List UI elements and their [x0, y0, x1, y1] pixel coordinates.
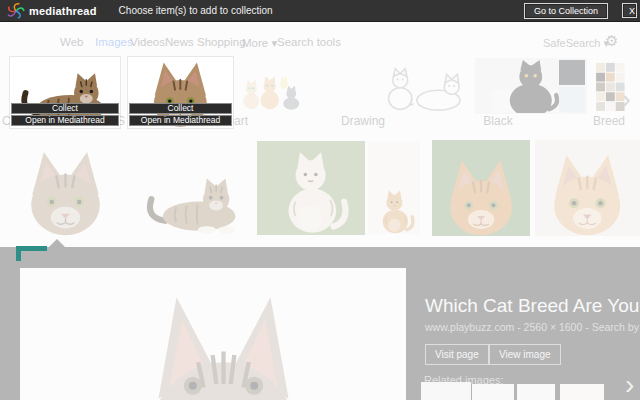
category-label-black-cat-photos: Black	[483, 114, 512, 128]
related-chevron-right-icon[interactable]: ›	[625, 369, 634, 400]
result-thumbnail-fluffy-cat-on-grass[interactable]	[257, 141, 365, 235]
related-image-related-silver-cat[interactable]	[517, 384, 555, 400]
categories-chevron-right-icon[interactable]: ›	[622, 84, 631, 115]
related-image-related-cream-cat[interactable]	[560, 384, 604, 400]
orange-kitten-face-image	[540, 146, 635, 236]
tab-shopping[interactable]: Shopping	[197, 36, 246, 48]
hovered-result-thumbnail-1[interactable]: Collect Open in Mediathread	[10, 57, 120, 128]
tab-videos[interactable]: Videos	[130, 36, 165, 48]
open-in-mediathread-button[interactable]: Open in Mediathread	[129, 115, 232, 126]
collect-button[interactable]: Collect	[129, 103, 232, 114]
orange-kitten-standing-image	[371, 148, 418, 234]
related-image-related-tabby-cat[interactable]	[472, 384, 514, 400]
result-thumbnail-orange-cat-face[interactable]	[432, 140, 530, 236]
preview-caret-icon	[49, 239, 65, 247]
open-in-mediathread-button[interactable]: Open in Mediathread	[11, 115, 119, 126]
result-thumbnail-lying-tabby-cat[interactable]	[133, 140, 253, 236]
preview-meta-text: www.playbuzz.com - 2560 × 1600 - Search …	[425, 321, 640, 333]
clipart-cats-image	[239, 64, 300, 111]
related-cat-image	[427, 388, 466, 400]
hovered-result-thumbnail-2[interactable]: Collect Open in Mediathread	[128, 57, 233, 128]
go-to-collection-button[interactable]: Go to Collection	[524, 3, 608, 19]
tabby-kitten-portrait-image	[7, 146, 124, 236]
result-thumbnail-tabby-kitten-portrait[interactable]	[0, 140, 130, 236]
tab-news[interactable]: News	[165, 36, 194, 48]
tab-images[interactable]: Images	[95, 36, 133, 48]
mediathread-collect-overlay-screen: mediathread Choose item(s) to add to col…	[0, 0, 640, 400]
toolbar-instruction: Choose item(s) to add to collection	[119, 5, 273, 16]
mediathread-toolbar: mediathread Choose item(s) to add to col…	[0, 0, 640, 22]
black-cat-subthumb	[559, 87, 585, 112]
category-chip-black-cat-photos[interactable]	[475, 58, 587, 114]
close-overlay-button[interactable]: X	[622, 3, 637, 18]
lying-tabby-cat-image	[139, 146, 247, 236]
brand-name: mediathread	[29, 5, 97, 17]
mediathread-logo-icon	[7, 3, 25, 19]
collect-highlight-corner	[16, 246, 47, 261]
tab-more[interactable]: More ▾	[242, 36, 277, 50]
collect-button[interactable]: Collect	[11, 103, 119, 114]
result-thumbnail-orange-kitten-face[interactable]	[535, 140, 640, 236]
preview-title-link[interactable]: Which Cat Breed Are You?	[425, 295, 640, 317]
orange-cat-face-image	[437, 146, 525, 236]
view-image-button[interactable]: View image	[489, 344, 561, 365]
related-cat-image	[520, 388, 552, 400]
category-chip-clipart-cats[interactable]	[238, 62, 302, 112]
gray-tabby-kitten-image	[106, 290, 341, 400]
category-label-cat-breed-grid: Breed	[593, 114, 625, 128]
preview-main-image[interactable]	[20, 268, 406, 400]
gear-icon[interactable]: ⚙	[605, 32, 618, 50]
related-image-related-gray-cat[interactable]	[423, 384, 469, 400]
tab-search-tools[interactable]: Search tools	[277, 36, 341, 48]
black-cat-subthumb	[559, 60, 585, 85]
category-label-cat-line-drawings: Drawing	[341, 114, 385, 128]
tab-web[interactable]: Web	[60, 36, 83, 48]
visit-page-button[interactable]: Visit page	[425, 344, 489, 365]
fluffy-cat-on-grass-image	[262, 147, 359, 235]
result-thumbnail-orange-kitten-standing[interactable]	[368, 142, 420, 234]
related-cat-image	[475, 388, 510, 400]
image-preview-panel: Which Cat Breed Are You? www.playbuzz.co…	[0, 247, 640, 400]
related-cat-image	[564, 388, 601, 400]
safesearch-dropdown[interactable]: SafeSearch ▾	[543, 37, 609, 50]
